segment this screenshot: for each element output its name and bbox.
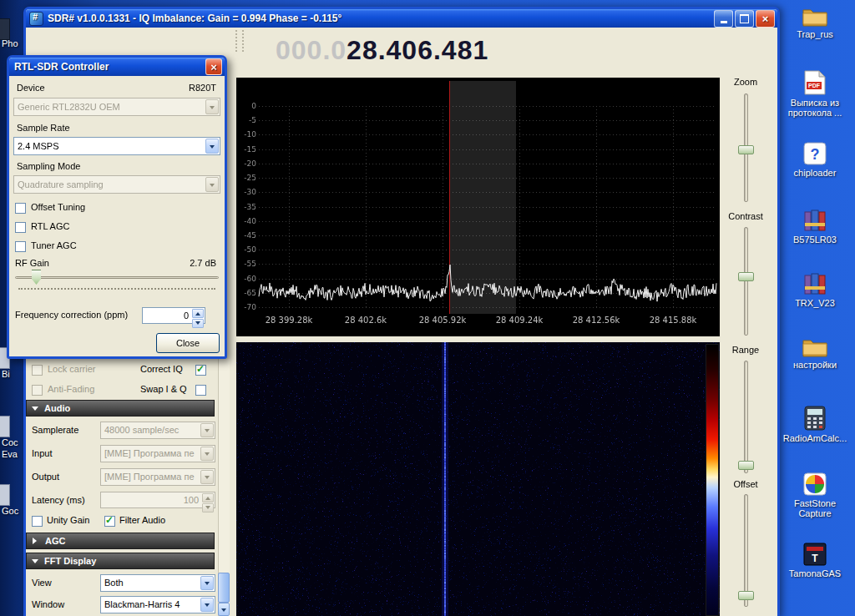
folder-icon (802, 336, 827, 357)
unity-gain-label: Unity Gain (47, 515, 89, 525)
chevron-down-icon[interactable] (200, 576, 214, 590)
rf-gain-slider-thumb[interactable] (32, 270, 41, 285)
input-label: Input (32, 448, 52, 458)
dialog-close-action-button[interactable]: Close (156, 333, 220, 353)
contrast-slider-track[interactable] (744, 227, 748, 336)
close-button-label: Close (176, 338, 200, 348)
partial-icon-label[interactable]: Eva (2, 449, 18, 459)
close-button[interactable]: × (756, 10, 775, 28)
chevron-down-icon (205, 177, 219, 192)
contrast-slider-thumb[interactable] (738, 272, 754, 281)
desktop-icon-vypiska[interactable]: PDF Выписка из протокола ... (775, 70, 855, 118)
pdf-icon: PDF (804, 70, 826, 95)
partial-icon-label[interactable]: Coc (2, 437, 18, 447)
audio-input-value: [MME] Программа пе (101, 446, 215, 458)
spinner[interactable] (192, 309, 204, 322)
agc-section-header[interactable]: AGC (26, 533, 215, 549)
desktop-icon-label: Trap_rus (797, 29, 833, 39)
offset-tuning-checkbox[interactable] (15, 203, 26, 214)
spin-down-icon (192, 319, 204, 328)
panel-scrollbar-down-button[interactable] (218, 603, 230, 616)
toolbar-grip[interactable] (242, 30, 244, 52)
desktop-icon-label: B575LR03 (793, 235, 837, 245)
partial-icon-label[interactable]: Bi (2, 369, 10, 379)
partial-desktop-icon[interactable] (0, 484, 10, 506)
spin-up-icon (202, 493, 214, 502)
rf-gain-slider-track[interactable] (15, 276, 219, 279)
dialog-titlebar[interactable]: RTL-SDR Controller × (9, 58, 225, 76)
folder-icon (802, 5, 827, 27)
range-slider-thumb[interactable] (738, 461, 754, 470)
freq-correction-label: Frequency correction (ppm) (15, 310, 128, 320)
desktop-icon-tamonagas[interactable]: T TamonaGAS (775, 543, 855, 578)
desktop-icon-label: TRX_V23 (795, 298, 835, 308)
slider-tick-marks (18, 288, 215, 290)
correct-iq-label: Correct IQ (140, 364, 183, 374)
chevron-down-icon (200, 470, 214, 484)
desktop-icon-trap-rus[interactable]: Trap_rus (775, 5, 855, 39)
zoom-slider-thumb[interactable] (738, 145, 754, 154)
audio-section-header[interactable]: Audio (26, 400, 215, 417)
filter-audio-checkbox[interactable] (104, 516, 115, 527)
offset-slider-track[interactable] (744, 494, 748, 607)
audio-output-value: [MME] Программа пе (101, 469, 215, 482)
rtl-agc-checkbox[interactable] (15, 222, 26, 233)
spectrum-canvas[interactable] (236, 78, 720, 336)
collapse-down-icon (32, 406, 38, 414)
rtl-agc-label: RTL AGC (31, 221, 69, 231)
sample-rate-label: Sample Rate (17, 123, 70, 133)
sample-rate-combo[interactable]: 2.4 MSPS (13, 137, 220, 155)
svg-text:PDF: PDF (808, 83, 821, 88)
window-fn-combo[interactable]: Blackman-Harris 4 (100, 596, 215, 613)
desktop-icon-trx-v23[interactable]: TRX_V23 (775, 272, 855, 308)
unity-gain-checkbox[interactable] (32, 516, 43, 527)
partial-icon-label[interactable]: Pho (2, 38, 18, 48)
partial-desktop-icon[interactable] (0, 18, 10, 40)
desktop-icon-label: FastStone Capture (777, 498, 852, 518)
collapse-down-icon (32, 559, 38, 567)
spin-up-icon (192, 309, 204, 318)
desktop-icon-faststone[interactable]: FastStone Capture (775, 472, 855, 518)
desktop-icon-nastroyki[interactable]: настройки (775, 336, 855, 370)
lock-carrier-checkbox[interactable] (32, 365, 43, 376)
rtl-sdr-controller-dialog: RTL-SDR Controller × Device R820T Generi… (7, 55, 227, 359)
device-label: Device (17, 83, 45, 93)
dialog-close-button[interactable]: × (205, 58, 222, 75)
tuner-agc-checkbox[interactable] (15, 241, 26, 252)
range-slider-track[interactable] (744, 361, 748, 473)
swap-iq-label: Swap I & Q (140, 384, 187, 394)
swap-iq-checkbox[interactable] (195, 385, 206, 396)
winrar-icon (803, 209, 827, 232)
lock-carrier-label: Lock carrier (48, 364, 95, 374)
chevron-down-icon[interactable] (200, 598, 214, 612)
app-icon: T (803, 543, 827, 566)
audio-header-label: Audio (44, 403, 70, 413)
view-value: Both (101, 575, 215, 588)
correct-iq-checkbox[interactable] (195, 365, 206, 376)
anti-fading-checkbox[interactable] (32, 385, 43, 396)
minimize-button[interactable] (714, 10, 733, 28)
frequency-display[interactable]: 000.028.406.481 (276, 35, 488, 66)
offset-label: Offset (718, 479, 773, 489)
zoom-label: Zoom (718, 77, 773, 87)
desktop-icon-chiploader[interactable]: ? chiploader (775, 142, 855, 178)
desktop: Pho Bi Coc Eva Goc SDR# v1.0.0.1331 - IQ… (0, 0, 855, 616)
partial-icon-label[interactable]: Goc (2, 506, 18, 516)
waterfall-canvas[interactable] (236, 342, 720, 616)
desktop-icon-radioamcalc[interactable]: RadioAmCalc... (775, 406, 855, 443)
toolbar-grip[interactable] (235, 30, 237, 52)
chevron-down-icon[interactable] (205, 139, 219, 154)
view-label: View (32, 578, 52, 588)
offset-tuning-label: Offset Tuning (31, 202, 85, 212)
freq-correction-input[interactable]: 0 (142, 307, 205, 324)
fft-display-section-header[interactable]: FFT Display (26, 553, 215, 569)
titlebar[interactable]: SDR# v1.0.0.1331 - IQ Imbalance: Gain = … (26, 9, 777, 28)
samplerate-value: 48000 sample/sec (101, 422, 215, 435)
maximize-button[interactable] (735, 10, 754, 28)
desktop-icon-b575lr03[interactable]: B575LR03 (775, 209, 855, 245)
partial-desktop-icon[interactable] (0, 416, 10, 437)
chevron-down-icon (221, 608, 226, 614)
view-combo[interactable]: Both (100, 574, 215, 592)
offset-slider-thumb[interactable] (738, 591, 754, 600)
panel-scrollbar-thumb[interactable] (218, 573, 230, 603)
